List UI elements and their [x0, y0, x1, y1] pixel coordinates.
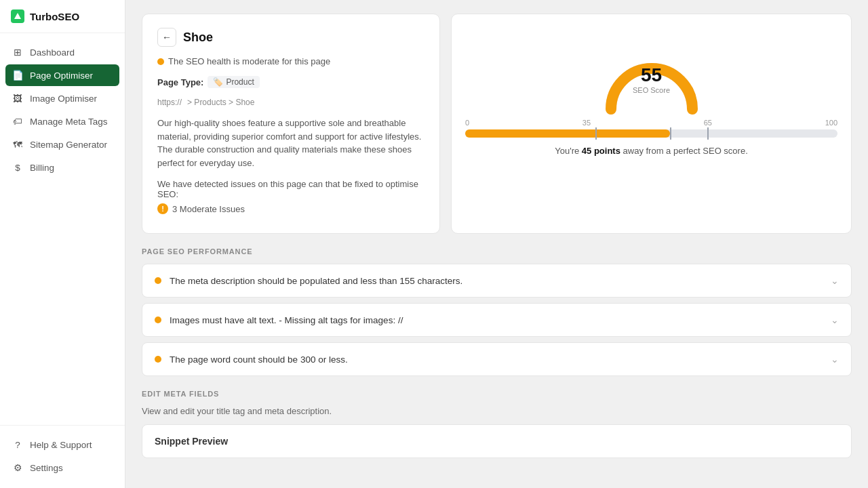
main-content: ← Shoe The SEO health is moderate for th…	[125, 0, 868, 488]
sidebar-item-label: Image Optimiser	[30, 94, 97, 104]
seo-score-number: 55	[633, 64, 670, 86]
away-suffix: away from a perfect SEO score.	[623, 146, 748, 156]
performance-item-2[interactable]: The page word count should be 300 or les…	[142, 342, 852, 376]
cards-row: ← Shoe The SEO health is moderate for th…	[142, 14, 852, 234]
perf-item-text: Images must have alt text. - Missing alt…	[170, 315, 823, 325]
settings-icon: ⚙	[12, 462, 23, 473]
sidebar-nav: ⊞Dashboard📄Page Optimiser🖼Image Optimise…	[0, 33, 125, 425]
page-type-badge: 🏷️ Product	[208, 76, 259, 88]
points-away: 45	[582, 146, 591, 156]
bar-marker-35	[595, 127, 597, 140]
billing-icon: $	[12, 162, 23, 173]
bar-marker-55	[670, 127, 671, 140]
sidebar-item-label: Page Optimiser	[30, 70, 93, 81]
perf-dot-icon	[155, 317, 161, 323]
sidebar-item-page-optimiser[interactable]: 📄Page Optimiser	[5, 64, 119, 86]
bar-label-100: 100	[825, 119, 837, 127]
sidebar-item-label: Manage Meta Tags	[30, 117, 108, 127]
sidebar-item-settings[interactable]: ⚙Settings	[5, 457, 119, 479]
sidebar-item-label: Billing	[30, 163, 54, 173]
breadcrumb: > Products > Shoe	[187, 98, 254, 107]
page-title: Shoe	[183, 30, 213, 45]
meta-fields-section: EDIT META FIELDS View and edit your titl…	[142, 390, 852, 458]
app-logo: TurboSEO	[0, 0, 125, 33]
manage-meta-tags-icon: 🏷	[12, 116, 23, 127]
performance-item-0[interactable]: The meta description should be populated…	[142, 264, 852, 298]
chevron-down-icon: ⌄	[831, 275, 839, 286]
issue-warning-icon: !	[157, 203, 168, 214]
issue-badge: ! 3 Moderate Issues	[157, 203, 425, 214]
sidebar-item-image-optimiser[interactable]: 🖼Image Optimiser	[5, 87, 119, 109]
meta-fields-title: EDIT META FIELDS	[142, 390, 852, 398]
score-bar	[465, 129, 837, 138]
issues-prefix: We have detected issues on this page can…	[157, 179, 418, 199]
bar-label-0: 0	[465, 119, 469, 127]
url-row: https:// > Products > Shoe	[157, 98, 425, 107]
chevron-down-icon: ⌄	[831, 314, 839, 325]
perf-dot-icon	[155, 277, 161, 284]
sidebar-bottom: ?Help & Support⚙Settings	[0, 425, 125, 488]
back-arrow-icon: ←	[162, 32, 172, 43]
issues-count: 3 Moderate Issues	[172, 204, 245, 214]
perf-item-text: The page word count should be 300 or les…	[170, 354, 823, 365]
page-type-label: Page Type:	[157, 77, 203, 87]
score-away-text: You're 45 points away from a perfect SEO…	[555, 146, 748, 156]
perf-item-text: The meta description should be populated…	[170, 276, 823, 286]
tag-icon: 🏷️	[213, 77, 223, 87]
sidebar-item-dashboard[interactable]: ⊞Dashboard	[5, 41, 119, 63]
sitemap-generator-icon: 🗺	[12, 139, 23, 150]
sidebar-item-manage-meta-tags[interactable]: 🏷Manage Meta Tags	[5, 110, 119, 132]
seo-score-card: 55 SEO Score 0 35 65 100	[451, 14, 852, 234]
performance-section-title: PAGE SEO PERFORMANCE	[142, 247, 852, 256]
snippet-preview-box: Snippet Preview	[142, 424, 852, 458]
chevron-down-icon: ⌄	[831, 354, 839, 365]
points-label: points	[594, 146, 620, 156]
perf-dot-icon	[155, 356, 161, 363]
snippet-preview-title: Snippet Preview	[155, 436, 228, 447]
sidebar-item-billing[interactable]: $Billing	[5, 157, 119, 178]
gauge-container: 55 SEO Score	[597, 35, 706, 102]
seo-score-label: SEO Score	[633, 86, 670, 94]
page-optimiser-icon: 📄	[12, 70, 23, 81]
page-info-card: ← Shoe The SEO health is moderate for th…	[142, 14, 440, 234]
bar-label-35: 35	[583, 119, 591, 127]
sidebar-item-help-support[interactable]: ?Help & Support	[5, 434, 119, 455]
meta-fields-description: View and edit your title tag and meta de…	[142, 406, 852, 416]
performance-item-1[interactable]: Images must have alt text. - Missing alt…	[142, 303, 852, 337]
bar-marker-65	[707, 127, 709, 140]
help-support-icon: ?	[12, 439, 23, 450]
gauge-score: 55 SEO Score	[633, 64, 670, 94]
logo-icon	[11, 9, 24, 23]
sidebar-item-label: Sitemap Generator	[30, 140, 107, 150]
health-text: The SEO health is moderate for this page	[168, 56, 330, 66]
issues-section: We have detected issues on this page can…	[157, 179, 425, 214]
health-dot-icon	[157, 58, 164, 65]
health-indicator: The SEO health is moderate for this page	[157, 56, 425, 66]
page-url: https://	[157, 98, 182, 107]
back-button[interactable]: ←	[157, 28, 176, 47]
sidebar-item-sitemap-generator[interactable]: 🗺Sitemap Generator	[5, 134, 119, 155]
page-description: Our high-quality shoes feature a support…	[157, 117, 425, 169]
sidebar-bottom-label: Help & Support	[30, 440, 92, 450]
sidebar-bottom-label: Settings	[30, 463, 63, 473]
sidebar: TurboSEO ⊞Dashboard📄Page Optimiser🖼Image…	[0, 0, 125, 488]
image-optimiser-icon: 🖼	[12, 93, 23, 104]
dashboard-icon: ⊞	[12, 47, 23, 58]
page-card-header: ← Shoe	[157, 28, 425, 47]
score-bar-fill	[465, 129, 670, 138]
app-name: TurboSEO	[30, 11, 79, 22]
performance-list: The meta description should be populated…	[142, 264, 852, 376]
page-type-value: Product	[226, 77, 254, 87]
svg-marker-0	[14, 13, 21, 19]
page-type-row: Page Type: 🏷️ Product	[157, 76, 425, 88]
sidebar-item-label: Dashboard	[30, 47, 75, 58]
